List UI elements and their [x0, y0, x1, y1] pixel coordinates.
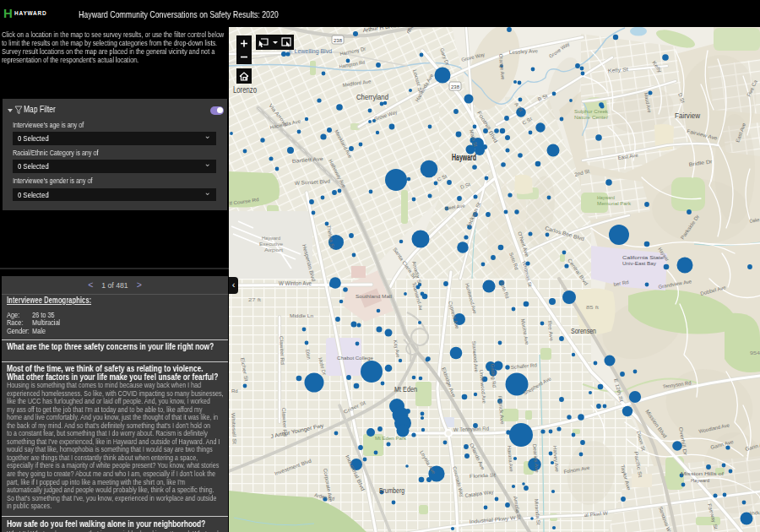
svg-text:Executive: Executive — [259, 241, 284, 247]
svg-text:Hayward: Hayward — [262, 235, 280, 241]
svg-text:Mt Eden: Mt Eden — [394, 384, 417, 394]
svg-text:E Lewelling Blvd: E Lewelling Blvd — [289, 48, 333, 55]
svg-text:Hayward: Hayward — [597, 195, 615, 200]
svg-text:954 ft: 954 ft — [750, 350, 760, 356]
svg-text:Hayward: Hayward — [691, 477, 709, 483]
svg-text:238: 238 — [334, 38, 343, 43]
svg-text:Sulphur Creek: Sulphur Creek — [574, 109, 609, 114]
svg-text:Rd: Rd — [231, 388, 238, 394]
svg-text:Lorenzo: Lorenzo — [233, 85, 257, 95]
svg-text:Chabot College: Chabot College — [337, 356, 374, 361]
svg-text:W Winton Ave: W Winton Ave — [279, 280, 312, 286]
svg-text:Airport: Airport — [264, 247, 283, 252]
svg-text:Hayward: Hayward — [452, 152, 476, 162]
svg-text:85 ft: 85 ft — [586, 305, 600, 310]
svg-text:California State: California State — [622, 255, 665, 260]
svg-text:Southland Mall: Southland Mall — [356, 294, 392, 299]
svg-text:Fairview: Fairview — [675, 111, 700, 120]
svg-text:Middle Ln: Middle Ln — [290, 313, 313, 318]
svg-text:Sorensen: Sorensen — [571, 326, 596, 335]
svg-text:Memorial Park: Memorial Park — [597, 201, 632, 206]
svg-text:238: 238 — [451, 84, 460, 90]
svg-text:Mt Eden Park: Mt Eden Park — [375, 436, 407, 441]
svg-text:Mission Hills of: Mission Hills of — [681, 470, 724, 476]
svg-text:27 ft: 27 ft — [248, 297, 262, 302]
svg-text:Nature Center: Nature Center — [574, 115, 608, 120]
svg-text:Univ-East Bay: Univ-East Bay — [622, 261, 656, 266]
svg-text:Brumberg: Brumberg — [379, 486, 404, 495]
svg-text:Cherryland: Cherryland — [356, 92, 388, 101]
svg-text:Industr: Industr — [750, 509, 760, 516]
